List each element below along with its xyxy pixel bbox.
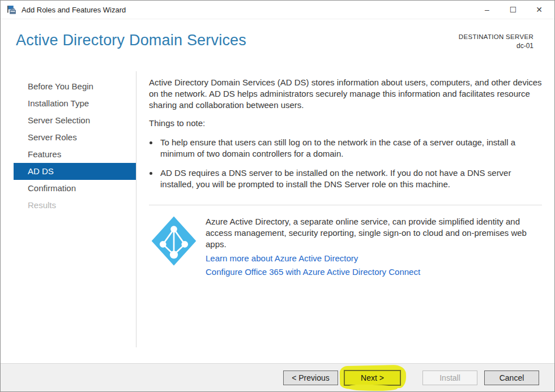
azure-text-block: Azure Active Directory, a separate onlin… [206, 215, 543, 277]
section-divider [149, 205, 542, 205]
configure-office365-link[interactable]: Configure Office 365 with Azure Active D… [206, 266, 420, 277]
install-button: Install [422, 371, 477, 385]
wizard-steps-sidebar: Before You Begin Installation Type Serve… [1, 68, 136, 363]
wizard-content: Active Directory Domain Services (AD DS)… [136, 68, 554, 363]
note-bullet: AD DS requires a DNS server to be instal… [159, 167, 543, 190]
azure-ad-section: Azure Active Directory, a separate onlin… [149, 215, 543, 277]
destination-server-value: dc-01 [459, 42, 533, 50]
next-button-highlight: Next > [344, 370, 401, 386]
wizard-header: Active Directory Domain Services DESTINA… [1, 19, 554, 68]
sidebar-item-server-selection[interactable]: Server Selection [14, 112, 136, 129]
sidebar-item-installation-type[interactable]: Installation Type [14, 95, 136, 112]
azure-description: Azure Active Directory, a separate onlin… [206, 216, 543, 250]
minimize-button[interactable]: – [474, 1, 500, 19]
page-title: Active Directory Domain Services [16, 31, 246, 68]
note-bullet: To help ensure that users can still log … [159, 137, 543, 160]
previous-button[interactable]: < Previous [283, 371, 338, 385]
wizard-footer: < Previous Next > Install Cancel [1, 363, 554, 391]
titlebar: Add Roles and Features Wizard – ☐ ✕ [1, 1, 554, 19]
window-title: Add Roles and Features Wizard [22, 6, 126, 14]
destination-server-label: DESTINATION SERVER [459, 33, 533, 40]
intro-paragraph: Active Directory Domain Services (AD DS)… [149, 77, 543, 111]
things-to-note-label: Things to note: [149, 118, 543, 129]
sidebar-item-server-roles[interactable]: Server Roles [14, 129, 136, 146]
things-to-note-list: To help ensure that users can still log … [149, 137, 543, 190]
azure-active-directory-icon [150, 215, 198, 267]
window-controls: – ☐ ✕ [474, 1, 552, 19]
sidebar-item-before-you-begin[interactable]: Before You Begin [14, 78, 136, 95]
sidebar-item-confirmation[interactable]: Confirmation [14, 180, 136, 197]
add-roles-wizard-icon [7, 5, 16, 15]
sidebar-item-ad-ds[interactable]: AD DS [14, 163, 136, 180]
cancel-button[interactable]: Cancel [484, 371, 539, 385]
learn-more-azure-ad-link[interactable]: Learn more about Azure Active Directory [206, 253, 358, 264]
destination-server-block: DESTINATION SERVER dc-01 [459, 31, 533, 68]
wizard-body: Before You Begin Installation Type Serve… [1, 68, 554, 363]
sidebar-item-results: Results [14, 197, 136, 214]
next-button[interactable]: Next > [344, 370, 401, 386]
close-button[interactable]: ✕ [526, 1, 552, 19]
sidebar-item-features[interactable]: Features [14, 146, 136, 163]
maximize-button[interactable]: ☐ [500, 1, 526, 19]
wizard-window: Add Roles and Features Wizard – ☐ ✕ Acti… [0, 0, 555, 392]
